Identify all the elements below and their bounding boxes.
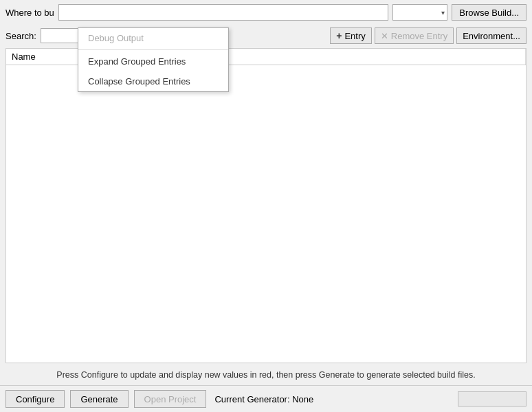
generator-select[interactable]: [392, 4, 447, 21]
configure-button[interactable]: Configure: [5, 390, 65, 408]
add-entry-button[interactable]: + Entry: [330, 27, 372, 44]
browse-build-button[interactable]: Browse Build...: [452, 4, 527, 21]
status-message: Press Configure to update and display ne…: [56, 370, 475, 380]
generate-button[interactable]: Generate: [70, 390, 128, 408]
generator-label: Current Generator: None: [214, 394, 313, 404]
environment-button[interactable]: Environment...: [456, 27, 527, 44]
build-path-input[interactable]: [58, 4, 388, 21]
add-entry-label: Entry: [344, 31, 365, 41]
where-to-build-label: Where to bu: [5, 8, 54, 18]
open-project-button[interactable]: Open Project: [134, 390, 207, 408]
dropdown-menu: Debug Output Expand Grouped Entries Coll…: [78, 27, 229, 92]
bottom-row: Configure Generate Open Project Current …: [0, 385, 532, 412]
x-icon: ✕: [381, 31, 388, 41]
table-area: Name Value: [5, 48, 527, 363]
menu-item-debug-output[interactable]: Debug Output: [78, 28, 228, 48]
progress-box: [458, 391, 527, 407]
search-label: Search:: [5, 31, 36, 41]
menu-divider: [78, 49, 228, 50]
toolbar-buttons: + Entry ✕ Remove Entry Environment...: [330, 27, 527, 44]
remove-entry-label: Remove Entry: [391, 31, 447, 41]
menu-item-collapse-grouped[interactable]: Collapse Grouped Entries: [78, 71, 228, 91]
generator-select-wrapper: ▾: [392, 4, 447, 21]
main-container: Where to bu ▾ Browse Build... Search: + …: [0, 0, 532, 412]
status-bar: Press Configure to update and display ne…: [0, 365, 532, 385]
col-value-header: Value: [185, 49, 526, 65]
top-row: Where to bu ▾ Browse Build...: [0, 0, 532, 25]
plus-icon: +: [336, 30, 342, 41]
menu-item-expand-grouped[interactable]: Expand Grouped Entries: [78, 52, 228, 71]
remove-entry-button[interactable]: ✕ Remove Entry: [375, 27, 454, 44]
